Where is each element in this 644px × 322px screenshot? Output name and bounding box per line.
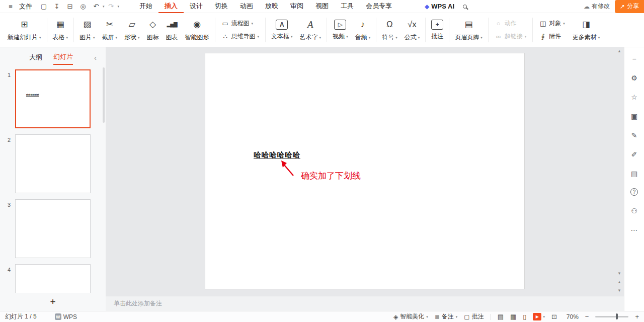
- textbox-button[interactable]: A 文本框▾: [268, 13, 296, 47]
- smart-beautify-button[interactable]: ◈ 智能美化 ▾: [393, 312, 428, 321]
- header-footer-icon: ▤: [462, 19, 474, 31]
- outline-tab[interactable]: 大纲: [29, 53, 42, 64]
- slide-sorter-view-icon[interactable]: ▦: [510, 313, 516, 320]
- audio-button[interactable]: ♪ 音频▾: [352, 13, 374, 47]
- hyperlink-button[interactable]: ∞ 超链接 ▾: [495, 32, 527, 41]
- slides-tab[interactable]: 幻灯片: [53, 52, 73, 65]
- tab-design[interactable]: 设计: [184, 0, 209, 13]
- screenshot-button[interactable]: ✂ 截屏▾: [99, 13, 121, 47]
- collapse-toolbar-icon[interactable]: −: [630, 54, 639, 63]
- tab-insert[interactable]: 插入: [158, 0, 184, 13]
- label: 批注: [431, 32, 443, 41]
- wps-logo-icon: W: [55, 313, 61, 320]
- action-button[interactable]: ○ 动作: [495, 19, 527, 28]
- previous-slide-icon[interactable]: ▴: [618, 279, 621, 284]
- preview-icon[interactable]: ◎: [78, 2, 88, 12]
- export-icon[interactable]: ↧: [52, 2, 62, 12]
- redo-dropdown-icon[interactable]: ▾: [118, 5, 120, 8]
- slide-thumbnail-1[interactable]: 哈哈哈哈哈哈: [15, 69, 91, 128]
- collapse-panel-icon[interactable]: ‹: [94, 53, 97, 62]
- video-button[interactable]: ▷ 视频▾: [329, 13, 352, 47]
- save-icon[interactable]: ▢: [39, 2, 49, 12]
- zoom-in-icon[interactable]: +: [635, 313, 639, 320]
- symbol-icon: Ω: [383, 19, 395, 31]
- canvas-scrollbar[interactable]: ▴ ▾ ▴ ▾: [615, 48, 623, 294]
- comments-button[interactable]: ▢ 批注: [464, 312, 484, 321]
- zoom-slider-handle[interactable]: [616, 313, 618, 319]
- notes-area[interactable]: 单击此处添加备注: [106, 296, 624, 311]
- add-slide-button[interactable]: +: [46, 296, 60, 308]
- notes-button[interactable]: ≣ 备注 ▾: [435, 312, 458, 321]
- redo-icon[interactable]: ↷: [106, 2, 116, 12]
- shapes-button[interactable]: ▱ 形状▾: [121, 13, 143, 47]
- mindmap-button[interactable]: ∴ 思维导图 ▾: [221, 32, 260, 41]
- play-slideshow-button[interactable]: ▶: [533, 313, 541, 320]
- undo-icon[interactable]: ↶: [91, 2, 101, 12]
- icon-library-button[interactable]: ◇ 图标: [143, 13, 163, 47]
- object-button[interactable]: ◫ 对象 ▾: [539, 19, 565, 28]
- tab-member[interactable]: 会员专享: [360, 0, 398, 13]
- flowchart-button[interactable]: ▭ 流程图 ▾: [221, 19, 260, 28]
- next-slide-icon[interactable]: ▾: [618, 288, 621, 293]
- tab-tools[interactable]: 工具: [335, 0, 360, 13]
- share-button[interactable]: ↗ 分享: [615, 0, 644, 13]
- print-icon[interactable]: ⊟: [65, 2, 75, 12]
- hamburger-menu-icon[interactable]: ≡: [6, 2, 16, 12]
- settings-icon[interactable]: ⚙: [630, 73, 639, 82]
- slide-thumbnail-2[interactable]: [15, 134, 91, 193]
- tab-transition[interactable]: 切换: [209, 0, 234, 13]
- help-icon[interactable]: ?: [630, 188, 638, 196]
- slide-number: 1: [8, 72, 11, 78]
- play-options-icon[interactable]: ▾: [543, 315, 545, 318]
- wordart-button[interactable]: A 艺术字▾: [296, 13, 325, 47]
- chart-button[interactable]: ▂▅▇ 图表: [163, 13, 182, 47]
- new-slide-button[interactable]: ⊞ 新建幻灯片▾: [4, 13, 45, 47]
- insert-comment-button[interactable]: + 批注: [428, 13, 447, 47]
- scroll-down-icon[interactable]: ▾: [618, 271, 621, 276]
- zoom-out-icon[interactable]: −: [585, 313, 589, 320]
- contact-icon[interactable]: ⚇: [630, 206, 639, 215]
- file-menu[interactable]: 文件: [19, 2, 32, 11]
- zoom-level[interactable]: 70%: [564, 313, 579, 320]
- tab-review[interactable]: 审阅: [284, 0, 309, 13]
- tab-view[interactable]: 视图: [309, 0, 335, 13]
- wps-ai-icon: ◆: [425, 3, 429, 10]
- normal-view-icon[interactable]: ▤: [498, 313, 504, 320]
- symbol-button[interactable]: Ω 符号▾: [378, 13, 401, 47]
- selection-pane-icon[interactable]: ▣: [630, 112, 639, 120]
- panel-tabs: 大纲 幻灯片 ‹: [0, 47, 106, 69]
- wps-badge-label: WPS: [63, 313, 77, 320]
- wps-ai-button[interactable]: ◆ WPS AI: [425, 3, 454, 10]
- flowchart-icon: ▭: [221, 20, 229, 28]
- more-tools-icon[interactable]: ⋯: [630, 225, 639, 234]
- tab-home[interactable]: 开始: [133, 0, 158, 13]
- undo-dropdown-icon[interactable]: ▾: [103, 5, 105, 8]
- attachment-button[interactable]: ∮ 附件: [539, 32, 565, 41]
- tab-slideshow[interactable]: 放映: [259, 0, 284, 13]
- tab-animation[interactable]: 动画: [234, 0, 259, 13]
- smart-graphic-button[interactable]: ◉ 智能图形: [182, 13, 213, 47]
- header-footer-button[interactable]: ▤ 页眉页脚▾: [451, 13, 486, 47]
- favorites-star-icon[interactable]: ☆: [630, 93, 639, 101]
- beautify-label: 智能美化: [400, 312, 424, 321]
- reading-mode-icon[interactable]: ▤: [630, 169, 639, 178]
- scroll-up-icon[interactable]: ▴: [618, 48, 621, 53]
- slide-thumbnail-3[interactable]: [15, 199, 91, 258]
- reading-view-icon[interactable]: ▯: [523, 313, 526, 320]
- fit-to-window-icon[interactable]: ⊡: [551, 313, 557, 320]
- zoom-slider[interactable]: [595, 316, 628, 317]
- chevron-down-icon: ▾: [258, 35, 260, 38]
- modified-status[interactable]: ☁ 有修改: [584, 2, 610, 11]
- table-button[interactable]: ▦ 表格▾: [49, 13, 72, 47]
- picture-button[interactable]: ▨ 图片▾: [76, 13, 99, 47]
- panel-scrollbar[interactable]: [103, 67, 105, 123]
- slide-thumbnail-4[interactable]: [15, 264, 91, 293]
- edit-pen-icon[interactable]: ✎: [630, 131, 639, 139]
- search-icon[interactable]: [459, 1, 470, 12]
- format-brush-icon[interactable]: ✐: [630, 150, 639, 158]
- formula-button[interactable]: √x 公式▾: [401, 13, 424, 47]
- wps-badge[interactable]: W WPS: [55, 313, 77, 320]
- slide-text[interactable]: 哈哈哈哈哈哈: [254, 150, 300, 160]
- current-slide[interactable]: 哈哈哈哈哈哈 确实加了下划线: [205, 53, 525, 289]
- more-assets-button[interactable]: ◨ 更多素材▾: [569, 13, 604, 47]
